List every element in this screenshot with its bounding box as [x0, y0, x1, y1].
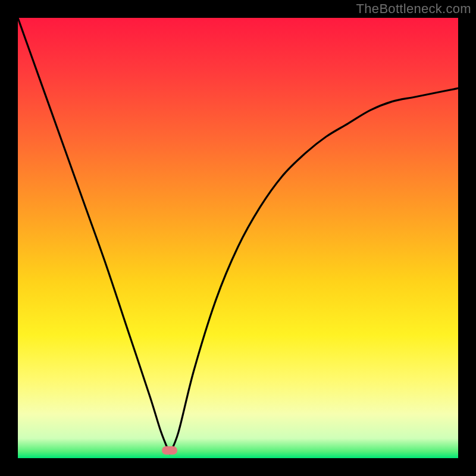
minimum-marker	[162, 446, 177, 455]
plot-svg	[18, 18, 458, 458]
plot-area	[18, 18, 458, 458]
watermark-text: TheBottleneck.com	[356, 1, 471, 17]
gradient-background	[18, 18, 458, 458]
chart-frame: TheBottleneck.com	[0, 0, 476, 476]
